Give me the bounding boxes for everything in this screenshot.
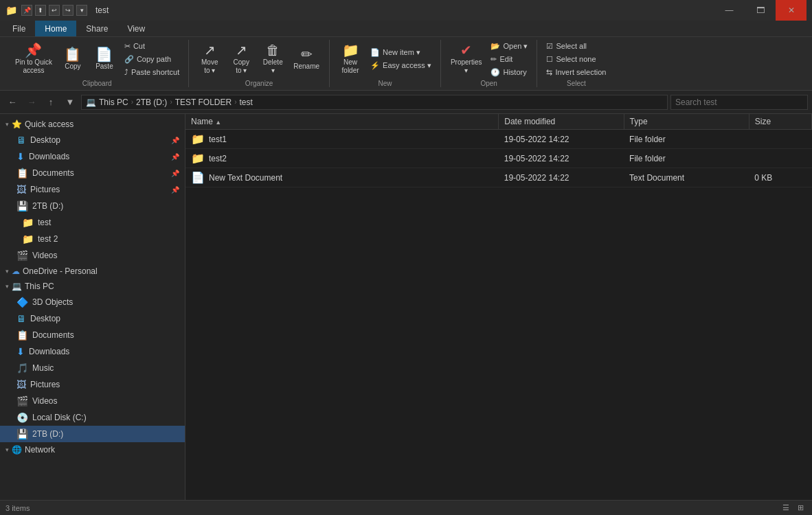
file-name: test1 [209, 135, 227, 144]
sidebar-item-pictures2[interactable]: 🖼 Pictures [0, 376, 185, 393]
file-date: 19-05-2022 14:22 [499, 130, 624, 149]
sidebar-item-local-disk[interactable]: 💿 Local Disk (C:) [0, 409, 185, 426]
ribbon-group-organize: ↗ Moveto ▾ ↗ Copyto ▾ 🗑 Delete▾ ✏ Rename… [189, 40, 330, 87]
onedrive-header[interactable]: ▾ ☁ OneDrive - Personal [0, 264, 185, 279]
history-button[interactable]: 🕐 History [487, 66, 531, 78]
clipboard-buttons: 📌 Pin to Quickaccess 📋 Copy 📄 Paste ✂ Cu… [11, 40, 183, 78]
documents2-label: Documents [32, 330, 74, 340]
desktop2-icon: 🖥 [16, 313, 26, 324]
this-pc-arrow: ▾ [5, 283, 9, 290]
properties-button[interactable]: ✔ Properties▾ [447, 41, 486, 77]
back-button[interactable]: ← [4, 94, 21, 111]
redo-icon[interactable]: ↪ [63, 5, 74, 16]
tab-view[interactable]: View [117, 21, 155, 36]
close-button[interactable]: ✕ [776, 0, 807, 21]
col-header-type[interactable]: Type [624, 114, 749, 130]
maximize-button[interactable]: 🗖 [745, 0, 776, 21]
sidebar-item-videos2[interactable]: 🎬 Videos [0, 393, 185, 409]
undo-icon[interactable]: ↩ [49, 5, 60, 16]
breadcrumb[interactable]: 💻 This PC › 2TB (D:) › TEST FOLDER › tes… [81, 95, 668, 110]
tab-file[interactable]: File [3, 21, 35, 36]
open-small-buttons: 📂 Open ▾ ✏ Edit 🕐 History [487, 40, 531, 78]
move-to-button[interactable]: ↗ Moveto ▾ [194, 41, 225, 77]
quick-access-icon: ⭐ [12, 119, 22, 129]
open-button[interactable]: 📂 Open ▾ [487, 40, 531, 52]
quick-access-header[interactable]: ▾ ⭐ Quick access [0, 117, 185, 132]
breadcrumb-test-folder[interactable]: TEST FOLDER [175, 98, 232, 107]
file-icon: 📁 [191, 133, 205, 146]
pin-quick-access-button[interactable]: 📌 Pin to Quickaccess [11, 41, 56, 77]
sidebar-item-videos[interactable]: 🎬 Videos [0, 247, 185, 264]
col-header-size[interactable]: Size [749, 114, 811, 130]
up-icon[interactable]: ⬆ [35, 5, 46, 16]
table-row[interactable]: 📁 test1 19-05-2022 14:22 File folder [185, 130, 812, 149]
rename-button[interactable]: ✏ Rename [289, 41, 324, 77]
recent-locations-button[interactable]: ▼ [62, 94, 78, 111]
file-name: test2 [209, 154, 227, 163]
sidebar-item-desktop2[interactable]: 🖥 Desktop [0, 310, 185, 327]
select-none-button[interactable]: ☐ Select none [543, 53, 609, 65]
test-label: test [38, 218, 51, 227]
desktop2-label: Desktop [30, 314, 60, 323]
up-button[interactable]: ↑ [43, 94, 59, 111]
tab-share[interactable]: Share [76, 21, 117, 36]
this-pc-icon: 💻 [12, 282, 22, 291]
delete-button[interactable]: 🗑 Delete▾ [258, 41, 288, 77]
col-header-date[interactable]: Date modified [499, 114, 624, 130]
paste-shortcut-button[interactable]: ⤴ Paste shortcut [121, 66, 183, 78]
sidebar-item-documents[interactable]: 📋 Documents 📌 [0, 165, 185, 181]
invert-selection-button[interactable]: ⇆ Invert selection [543, 66, 609, 78]
table-row[interactable]: 📁 test2 19-05-2022 14:22 File folder [185, 149, 812, 168]
network-header[interactable]: ▾ 🌐 Network [0, 442, 185, 457]
view-mode-buttons: ☰ ⊞ [780, 503, 807, 512]
sidebar-item-desktop[interactable]: 🖥 Desktop 📌 [0, 132, 185, 148]
sidebar-item-music[interactable]: 🎵 Music [0, 360, 185, 376]
minimize-button[interactable]: — [714, 0, 745, 21]
2tb-label: 2TB (D:) [32, 201, 63, 211]
copy-to-button[interactable]: ↗ Copyto ▾ [226, 41, 256, 77]
onedrive-label: OneDrive - Personal [23, 266, 98, 276]
status-text: 3 items [5, 504, 30, 512]
paste-button[interactable]: 📄 Paste [89, 41, 120, 77]
address-bar: ← → ↑ ▼ 💻 This PC › 2TB (D:) › TEST FOLD… [0, 91, 812, 114]
file-name-cell: 📄 New Text Document [185, 168, 499, 187]
breadcrumb-sep-3: › [234, 98, 236, 106]
sidebar-item-2tb[interactable]: 💾 2TB (D:) [0, 198, 185, 214]
breadcrumb-test[interactable]: test [240, 98, 253, 107]
copy-path-button[interactable]: 🔗 Copy path [121, 53, 183, 65]
this-pc-header[interactable]: ▾ 💻 This PC [0, 279, 185, 294]
sidebar-item-downloads2[interactable]: ⬇ Downloads [0, 343, 185, 360]
forward-button[interactable]: → [23, 94, 40, 111]
sidebar-item-3d-objects[interactable]: 🔷 3D Objects [0, 294, 185, 310]
pictures-label: Pictures [30, 185, 60, 194]
copy-button[interactable]: 📋 Copy [58, 41, 88, 77]
sidebar-item-test2[interactable]: 📁 test 2 [0, 231, 185, 247]
edit-button[interactable]: ✏ Edit [487, 53, 531, 65]
easy-access-icon: ⚡ [370, 61, 380, 70]
sidebar-item-pictures[interactable]: 🖼 Pictures 📌 [0, 181, 185, 198]
icons-view-button[interactable]: ⊞ [795, 503, 807, 512]
details-view-button[interactable]: ☰ [780, 503, 792, 512]
table-row[interactable]: 📄 New Text Document 19-05-2022 14:22 Tex… [185, 168, 812, 187]
cut-button[interactable]: ✂ Cut [121, 40, 183, 52]
sidebar-item-documents2[interactable]: 📋 Documents [0, 327, 185, 343]
quick-access-icon[interactable]: 📌 [21, 5, 32, 16]
ribbon-group-new: 📁 Newfolder 📄 New item ▾ ⚡ Easy access ▾… [330, 40, 441, 87]
search-input[interactable] [670, 95, 808, 110]
onedrive-arrow: ▾ [5, 268, 9, 275]
breadcrumb-this-pc[interactable]: This PC [99, 98, 128, 107]
down-arrow-icon[interactable]: ▾ [76, 5, 87, 16]
sidebar-item-downloads[interactable]: ⬇ Downloads 📌 [0, 148, 185, 165]
organize-buttons: ↗ Moveto ▾ ↗ Copyto ▾ 🗑 Delete▾ ✏ Rename [194, 40, 324, 78]
new-item-button[interactable]: 📄 New item ▾ [367, 47, 435, 59]
col-header-name[interactable]: Name ▲ [185, 114, 499, 130]
tab-home[interactable]: Home [35, 21, 76, 36]
copy-path-icon: 🔗 [124, 55, 134, 64]
new-folder-button[interactable]: 📁 Newfolder [335, 41, 365, 77]
select-all-button[interactable]: ☑ Select all [543, 40, 609, 52]
sidebar-item-test[interactable]: 📁 test [0, 214, 185, 231]
2tb-icon: 💾 [16, 201, 28, 211]
breadcrumb-2tb[interactable]: 2TB (D:) [136, 98, 167, 107]
easy-access-button[interactable]: ⚡ Easy access ▾ [367, 60, 435, 72]
sidebar-item-2tb-d[interactable]: 💾 2TB (D:) [0, 426, 185, 442]
